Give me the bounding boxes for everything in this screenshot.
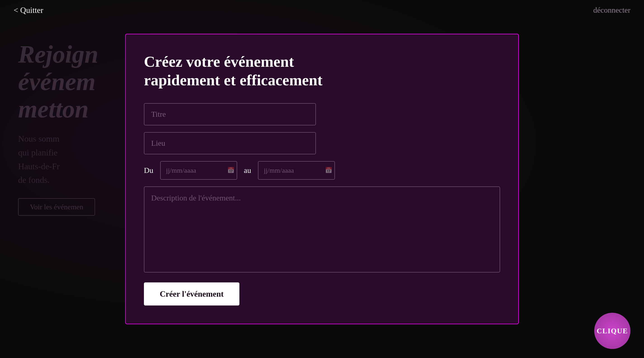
date-from-input[interactable]: [160, 161, 237, 180]
clique-label: CLIQUE: [597, 327, 628, 335]
lieu-input[interactable]: [144, 132, 316, 154]
date-row: Du 📅 au 📅: [144, 161, 500, 180]
date-from-label: Du: [144, 166, 154, 175]
title-field-group: [144, 103, 500, 125]
date-to-input[interactable]: [258, 161, 335, 180]
create-event-modal: Créez votre événement rapidement et effi…: [125, 34, 519, 324]
date-from-wrapper: 📅: [160, 161, 237, 180]
modal-title-line2: rapidement et efficacement: [144, 72, 322, 89]
modal-overlay: Créez votre événement rapidement et effi…: [0, 0, 644, 358]
lieu-field-group: [144, 132, 500, 154]
create-event-button[interactable]: Créer l'événement: [144, 282, 240, 306]
modal-title: Créez votre événement rapidement et effi…: [144, 52, 500, 90]
title-input[interactable]: [144, 103, 316, 125]
clique-badge[interactable]: CLIQUE: [594, 313, 630, 349]
modal-title-line1: Créez votre événement: [144, 53, 294, 70]
date-to-wrapper: 📅: [258, 161, 335, 180]
date-to-label: au: [244, 166, 251, 175]
description-textarea[interactable]: [144, 186, 500, 272]
